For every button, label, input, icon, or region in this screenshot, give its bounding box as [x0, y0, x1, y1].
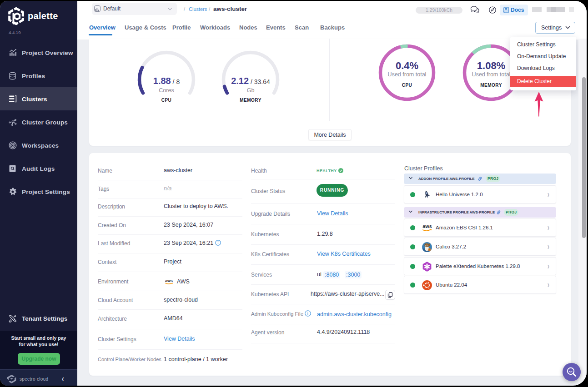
svg-text:aws: aws [165, 278, 173, 283]
svg-text:aws: aws [422, 223, 432, 229]
